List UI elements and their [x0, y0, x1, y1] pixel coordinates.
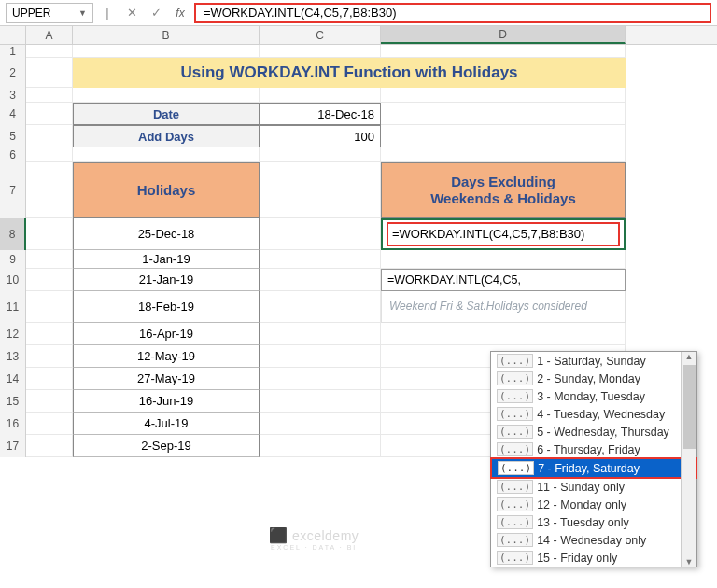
holiday-cell[interactable]: 21-Jan-19	[73, 269, 260, 291]
cell[interactable]	[26, 413, 73, 435]
cell[interactable]	[26, 162, 73, 218]
header-days-excluding[interactable]: Days ExcludingWeekends & Holidays	[381, 162, 626, 218]
value-date[interactable]: 18-Dec-18	[260, 103, 381, 125]
formula-bar-input[interactable]: =WORKDAY.INTL(C4,C5,7,B8:B30)	[194, 3, 711, 23]
cell[interactable]	[26, 58, 73, 88]
dropdown-item[interactable]: (...)7 - Friday, Saturday	[490, 457, 697, 479]
page-title[interactable]: Using WORKDAY.INT Function with Holidays	[73, 58, 626, 88]
holiday-cell[interactable]: 25-Dec-18	[73, 218, 260, 250]
cell[interactable]	[381, 125, 626, 147]
row-header[interactable]: 7	[0, 162, 26, 218]
cell[interactable]	[26, 125, 73, 147]
holiday-cell[interactable]: 16-Apr-19	[73, 323, 260, 345]
row-header[interactable]: 13	[0, 345, 26, 368]
cell[interactable]	[260, 147, 381, 162]
cell[interactable]	[26, 218, 73, 250]
col-header-b[interactable]: B	[73, 26, 260, 44]
row-header[interactable]: 17	[0, 435, 26, 457]
holiday-cell[interactable]: 2-Sep-19	[73, 435, 260, 457]
cell[interactable]	[260, 291, 381, 323]
cell[interactable]	[26, 269, 73, 291]
cell[interactable]	[26, 368, 73, 390]
dropdown-item[interactable]: (...)3 - Monday, Tuesday	[491, 387, 696, 405]
cell[interactable]	[260, 435, 381, 457]
cell[interactable]	[26, 345, 73, 368]
cell[interactable]	[26, 147, 73, 162]
select-all-corner[interactable]	[0, 26, 26, 44]
cell[interactable]	[260, 269, 381, 291]
label-date[interactable]: Date	[73, 103, 260, 125]
cell[interactable]	[26, 323, 73, 345]
cell[interactable]	[260, 368, 381, 390]
holiday-cell[interactable]: 12-May-19	[73, 345, 260, 368]
col-header-a[interactable]: A	[26, 26, 73, 44]
header-holidays[interactable]: Holidays	[73, 162, 260, 218]
active-formula-cell[interactable]: =WORKDAY.INTL(C4,C5,7,B8:B30)	[381, 218, 626, 250]
cell[interactable]	[260, 218, 381, 250]
row-header[interactable]: 3	[0, 88, 26, 103]
row-header[interactable]: 5	[0, 125, 26, 147]
cell[interactable]	[260, 390, 381, 413]
row-header[interactable]: 6	[0, 147, 26, 162]
row-header[interactable]: 10	[0, 269, 26, 291]
cell[interactable]	[26, 390, 73, 413]
cell[interactable]	[260, 345, 381, 368]
row-header[interactable]: 9	[0, 250, 26, 269]
weekend-dropdown[interactable]: (...)1 - Saturday, Sunday(...)2 - Sunday…	[490, 351, 697, 567]
row-header[interactable]: 8	[0, 218, 26, 250]
cell[interactable]	[260, 250, 381, 269]
chevron-down-icon[interactable]: ▼	[78, 8, 87, 18]
value-add-days[interactable]: 100	[260, 125, 381, 147]
col-header-d[interactable]: D	[381, 26, 626, 44]
row-header[interactable]: 1	[0, 45, 26, 58]
scrollbar[interactable]: ▲ ▼	[681, 352, 696, 567]
cell[interactable]	[26, 45, 73, 58]
dropdown-item[interactable]: (...)4 - Tuesday, Wednesday	[491, 405, 696, 423]
cell[interactable]	[381, 88, 626, 103]
cell[interactable]	[26, 435, 73, 457]
dropdown-item[interactable]: (...)2 - Sunday, Monday	[491, 370, 696, 387]
cell[interactable]	[73, 45, 260, 58]
cell[interactable]	[260, 88, 381, 103]
dropdown-item[interactable]: (...)5 - Wednesday, Thursday	[491, 423, 696, 441]
holiday-cell[interactable]: 1-Jan-19	[73, 250, 260, 269]
row-header[interactable]: 11	[0, 291, 26, 323]
holiday-cell[interactable]: 27-May-19	[73, 368, 260, 390]
cell[interactable]	[73, 147, 260, 162]
dropdown-item[interactable]: (...)13 - Tuesday only	[491, 513, 696, 531]
accept-icon[interactable]: ✓	[146, 3, 166, 23]
cell[interactable]	[381, 147, 626, 162]
cell[interactable]	[260, 162, 381, 218]
cell[interactable]	[26, 291, 73, 323]
cell[interactable]	[260, 413, 381, 435]
cell[interactable]	[26, 103, 73, 125]
dropdown-item[interactable]: (...)12 - Monday only	[491, 496, 696, 513]
dropdown-item[interactable]: (...)1 - Saturday, Sunday	[491, 352, 696, 370]
row-header[interactable]: 16	[0, 413, 26, 435]
row-header[interactable]: 12	[0, 323, 26, 345]
cell[interactable]	[73, 88, 260, 103]
dropdown-item[interactable]: (...)11 - Sunday only	[491, 478, 696, 496]
cell[interactable]	[26, 88, 73, 103]
cell[interactable]	[260, 323, 381, 345]
cell[interactable]	[381, 250, 626, 269]
pending-formula-cell[interactable]: =WORKDAY.INTL(C4,C5,	[381, 269, 626, 291]
cell[interactable]	[381, 45, 626, 58]
fx-icon[interactable]: fx	[170, 3, 190, 23]
row-header[interactable]: 15	[0, 390, 26, 413]
holiday-cell[interactable]: 16-Jun-19	[73, 390, 260, 413]
holiday-cell[interactable]: 18-Feb-19	[73, 291, 260, 323]
cell[interactable]	[381, 103, 626, 125]
col-header-c[interactable]: C	[260, 26, 381, 44]
holiday-cell[interactable]: 4-Jul-19	[73, 413, 260, 435]
dropdown-item[interactable]: (...)6 - Thursday, Friday	[491, 441, 696, 458]
label-add-days[interactable]: Add Days	[73, 125, 260, 147]
cancel-icon[interactable]: ✕	[121, 3, 142, 23]
dropdown-item[interactable]: (...)14 - Wednesday only	[491, 531, 696, 549]
name-box[interactable]: UPPER ▼	[6, 3, 93, 23]
cell[interactable]	[381, 323, 626, 345]
dropdown-item[interactable]: (...)15 - Friday only	[491, 549, 696, 567]
row-header[interactable]: 4	[0, 103, 26, 125]
cell[interactable]	[260, 45, 381, 58]
cell[interactable]	[26, 250, 73, 269]
